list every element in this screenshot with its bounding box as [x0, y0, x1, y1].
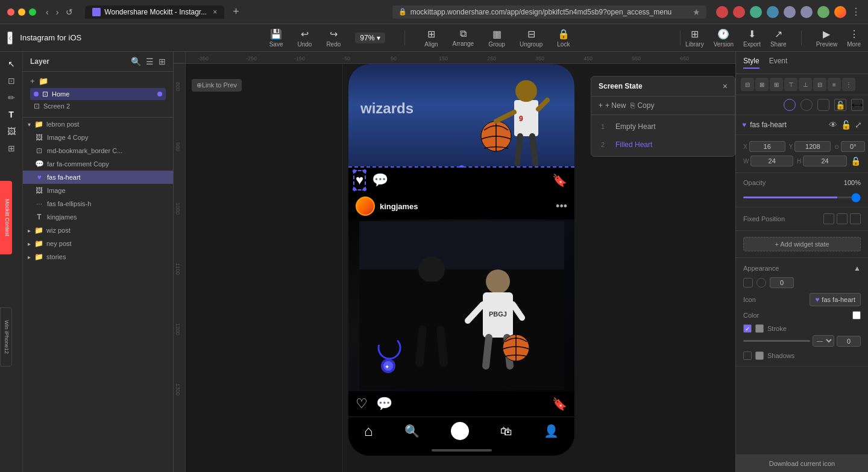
heart-icon-bottom[interactable]: ♡	[356, 396, 368, 412]
ext-icon-5[interactable]	[784, 6, 796, 18]
sort-layers-button[interactable]: ☰	[146, 57, 154, 66]
browser-menu-button[interactable]: ⋮	[851, 6, 861, 17]
align-left-button[interactable]: ⊟	[741, 78, 754, 91]
screen-state-copy-button[interactable]: ⎘ Copy	[631, 101, 654, 110]
add-widget-state-button[interactable]: + Add widget state	[743, 237, 861, 251]
align-right-button[interactable]: ⊞	[770, 78, 783, 91]
layer-wiz-post[interactable]: ▸ 📁 wiz post	[23, 224, 173, 237]
tab-close[interactable]: ×	[213, 8, 217, 16]
maximize-traffic-light[interactable]	[29, 8, 36, 16]
ext-icon-2[interactable]	[733, 6, 745, 18]
redo-group[interactable]: ↪ Redo	[326, 28, 341, 48]
bookmark-icon-top[interactable]: 🔖	[552, 173, 567, 187]
h-input[interactable]	[803, 156, 847, 166]
shadows-checkbox[interactable]	[743, 351, 752, 360]
layer-ellipsis[interactable]: ··· fas fa-ellipsis-h	[23, 197, 173, 210]
nav-search-icon[interactable]: 🔍	[404, 424, 420, 438]
screen-state-close-button[interactable]: ×	[723, 81, 728, 91]
add-folder-button[interactable]: 📁	[39, 77, 48, 86]
image-tool[interactable]: 🖼	[4, 124, 19, 139]
nav-profile-icon[interactable]: 👤	[544, 424, 559, 438]
back-button[interactable]: ‹	[46, 7, 49, 17]
close-traffic-light[interactable]	[7, 8, 14, 16]
grid-view-button[interactable]: ⊞	[159, 57, 166, 66]
text-tool[interactable]: T	[4, 107, 19, 122]
cursor-tool[interactable]: ↖	[4, 57, 19, 71]
distribute-h-button[interactable]: ≡	[828, 78, 841, 91]
nav-home-icon[interactable]: ⌂	[364, 423, 373, 439]
align-center-v-button[interactable]: ⊥	[799, 78, 812, 91]
version-button[interactable]: 🕐 Version	[714, 28, 734, 48]
align-group[interactable]: ⊞ Align	[424, 28, 438, 48]
ext-icon-4[interactable]	[767, 6, 779, 18]
shadows-color-swatch[interactable]	[755, 351, 764, 360]
nav-shop-icon[interactable]: 🛍	[500, 424, 512, 438]
w-input[interactable]	[750, 156, 793, 166]
share-button[interactable]: ↗ Share	[770, 28, 787, 48]
frame-tool[interactable]: ⊡	[4, 74, 19, 88]
state-rect-button[interactable]	[817, 99, 829, 111]
layer-comment[interactable]: 💬 far fa-comment Copy	[23, 157, 173, 171]
fixed-pos-box-2[interactable]	[837, 213, 848, 224]
layer-stories[interactable]: ▸ 📁 stories	[23, 250, 173, 263]
ext-icon-3[interactable]	[750, 6, 762, 18]
more-button[interactable]: ⋮ More	[847, 28, 861, 48]
layer-bookmark[interactable]: ⊡ md-bookmark_border C...	[23, 144, 173, 157]
undo-group[interactable]: ↩ Undo	[297, 28, 312, 48]
lock-element-button[interactable]: 🔓	[841, 120, 851, 130]
screen-state-item-1[interactable]: 1 Empty Heart	[591, 118, 735, 136]
canvas-area[interactable]: -350 -250 -150 -50 50 150 250 350 450 55…	[174, 52, 735, 472]
align-bottom-button[interactable]: ⊟	[813, 78, 826, 91]
post-more-dots[interactable]: •••	[556, 200, 567, 213]
nav-back-button[interactable]: ‹	[7, 31, 13, 45]
rotation-input[interactable]	[841, 141, 865, 152]
distribute-v-button[interactable]: ⋮	[842, 78, 855, 91]
color-swatch[interactable]	[852, 311, 861, 319]
appearance-header[interactable]: Appearance ▲	[743, 264, 861, 272]
align-center-h-button[interactable]: ⊠	[755, 78, 769, 91]
win-iphone12-badge[interactable]: Win iPhone12	[0, 307, 12, 367]
export-button[interactable]: ⬇ Export	[743, 28, 761, 48]
component-tool[interactable]: ⊞	[4, 141, 19, 156]
opacity-slider[interactable]	[743, 197, 861, 198]
stroke-width-input[interactable]	[837, 336, 861, 347]
screen-state-item-2[interactable]: 2 Filled Heart	[591, 136, 735, 154]
screen-state-new-button[interactable]: + + New	[599, 101, 626, 110]
nav-play-icon[interactable]: ▶	[451, 422, 469, 440]
state-circle-button-2[interactable]	[800, 99, 813, 111]
fixed-pos-box-3[interactable]	[850, 213, 861, 224]
icon-preview-button[interactable]: ♥ fas fa-heart	[810, 293, 861, 306]
new-tab-button[interactable]: +	[229, 5, 243, 18]
search-layers-button[interactable]: 🔍	[131, 57, 141, 66]
download-current-icon-button[interactable]: Download current icon	[736, 455, 868, 472]
page-home[interactable]: ⊡ Home	[30, 88, 166, 100]
layer-kingjames[interactable]: T kingjames	[23, 210, 173, 224]
library-button[interactable]: ⊞ Library	[685, 28, 704, 48]
group-group[interactable]: ▦ Group	[488, 28, 505, 48]
minimize-traffic-light[interactable]	[18, 8, 25, 16]
active-tab[interactable]: Wondershare Mockitt - Instagr... ×	[85, 5, 224, 19]
address-bar[interactable]: 🔒 mockittapp.wondershare.com/app/design/…	[392, 5, 706, 19]
lock-aspect-button[interactable]: 🔓	[834, 99, 846, 111]
expand-element-button[interactable]: ⤢	[855, 120, 862, 130]
layer-heart[interactable]: ♥ fas fa-heart	[23, 171, 173, 184]
align-top-button[interactable]: ⊤	[784, 78, 797, 91]
visibility-toggle[interactable]: 👁	[829, 120, 837, 130]
link-to-prev-tooltip[interactable]: ⊕Link to Prev	[192, 79, 242, 92]
page-screen2[interactable]: ⊡ Screen 2	[30, 100, 166, 112]
ungroup-group[interactable]: ⊟ Ungroup	[520, 28, 542, 48]
ext-icon-6[interactable]	[800, 6, 813, 18]
user-avatar[interactable]	[834, 6, 846, 18]
mockitt-contest-badge[interactable]: Mockitt Contest	[0, 181, 12, 254]
comment-icon-bottom[interactable]: 💬	[376, 396, 392, 412]
lock-aspect-ratio-button[interactable]: 🔒	[851, 156, 861, 166]
layer-lebron-post[interactable]: ▾ 📁 lebron post	[23, 118, 173, 131]
layer-ney-post[interactable]: ▸ 📁 ney post	[23, 237, 173, 250]
x-input[interactable]	[749, 141, 785, 152]
preview-button[interactable]: ▶ Preview	[816, 28, 838, 48]
save-group[interactable]: 💾 Save	[269, 28, 283, 48]
stroke-checkbox[interactable]: ✓	[743, 324, 752, 333]
tab-event[interactable]: Event	[769, 57, 788, 69]
layer-image4copy[interactable]: 🖼 Image 4 Copy	[23, 131, 173, 144]
canvas-viewport[interactable]: ⊕Link to Prev	[186, 64, 735, 472]
